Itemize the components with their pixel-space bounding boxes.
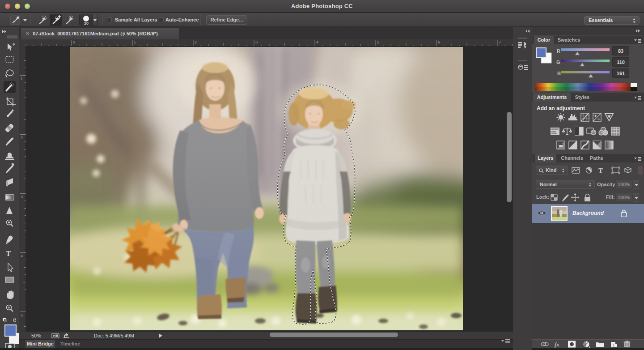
svg-text:2: 2 bbox=[21, 136, 23, 140]
svg-text:T: T bbox=[598, 167, 603, 174]
svg-text:6: 6 bbox=[438, 40, 440, 44]
svg-text:2: 2 bbox=[195, 40, 197, 44]
svg-text:5: 5 bbox=[377, 40, 379, 44]
svg-text:T: T bbox=[6, 249, 11, 258]
svg-text:fx: fx bbox=[555, 341, 559, 348]
svg-text:1: 1 bbox=[21, 77, 23, 81]
svg-text:1: 1 bbox=[134, 40, 136, 44]
svg-text:3: 3 bbox=[21, 195, 23, 199]
svg-text:4: 4 bbox=[316, 40, 318, 44]
svg-text:4: 4 bbox=[21, 254, 23, 258]
svg-text:R: R bbox=[557, 48, 560, 54]
svg-text:G: G bbox=[556, 60, 560, 65]
svg-text:5: 5 bbox=[21, 313, 23, 317]
svg-text:0: 0 bbox=[73, 40, 75, 44]
svg-text:7: 7 bbox=[499, 40, 501, 44]
svg-text:3: 3 bbox=[255, 40, 258, 44]
svg-text:B: B bbox=[557, 71, 561, 76]
